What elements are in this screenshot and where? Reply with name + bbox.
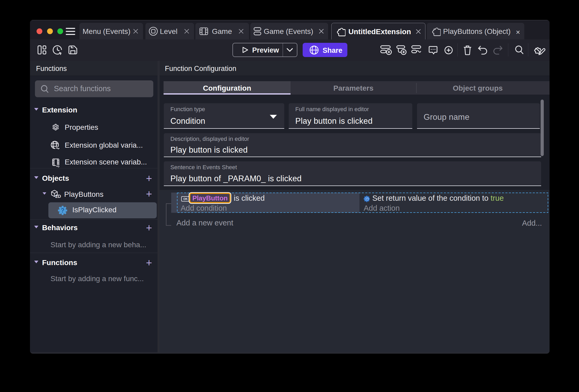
- svg-text:?: ?: [61, 207, 64, 214]
